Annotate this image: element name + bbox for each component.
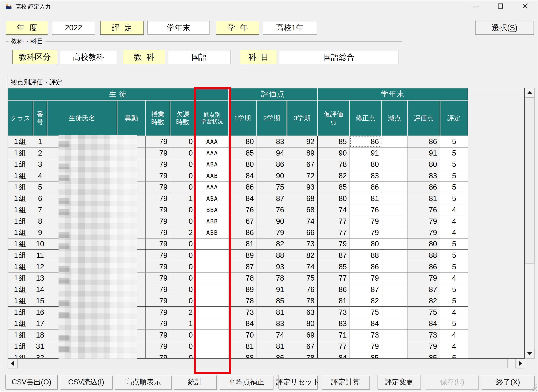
grid-cell[interactable]: 67 bbox=[287, 341, 318, 352]
subject-category-field[interactable]: 高校教科 bbox=[60, 50, 117, 64]
grid-cell[interactable]: 79 bbox=[257, 227, 287, 238]
grid-cell[interactable]: AAA bbox=[196, 182, 229, 193]
grid-cell[interactable]: 32 bbox=[33, 352, 47, 359]
grid-cell[interactable]: 18 bbox=[33, 330, 47, 341]
grid-cell[interactable]: 0 bbox=[170, 341, 196, 352]
grid-cell[interactable]: 84 bbox=[229, 170, 257, 182]
grid-cell[interactable]: 75 bbox=[257, 182, 287, 193]
grid-cell[interactable]: 0 bbox=[170, 216, 196, 227]
grid-cell[interactable]: 80 bbox=[350, 159, 382, 170]
grid-cell[interactable]: 5 bbox=[440, 295, 468, 307]
grid-cell[interactable]: 79 bbox=[350, 227, 382, 238]
grid-cell[interactable] bbox=[196, 261, 229, 273]
grid-cell[interactable]: 5 bbox=[440, 148, 468, 159]
grid-cell[interactable]: 87 bbox=[318, 250, 350, 261]
scroll-down-button[interactable] bbox=[525, 349, 534, 358]
grid-cell[interactable]: 2 bbox=[170, 227, 196, 238]
grid-cell[interactable]: 89 bbox=[229, 250, 257, 261]
grid-cell[interactable]: 87 bbox=[350, 284, 382, 296]
grid-cell[interactable]: 89 bbox=[229, 284, 257, 296]
grid-cell[interactable]: 5 bbox=[440, 261, 468, 273]
grid-cell[interactable]: 1組 bbox=[8, 273, 33, 284]
grid-cell[interactable] bbox=[382, 307, 408, 318]
grid-cell[interactable]: 1組 bbox=[8, 307, 33, 318]
year-field[interactable]: 2022 bbox=[52, 21, 95, 35]
grid-cell[interactable]: 90 bbox=[318, 148, 350, 159]
grid-cell[interactable]: 83 bbox=[408, 170, 440, 182]
grid-cell[interactable]: 3 bbox=[33, 159, 47, 170]
grid-cell[interactable]: ABA bbox=[196, 159, 229, 170]
grid-cell[interactable]: 79 bbox=[146, 307, 170, 318]
grid-cell[interactable]: 5 bbox=[440, 136, 468, 148]
grid-cell[interactable]: 4 bbox=[33, 170, 47, 182]
grid-cell[interactable]: 5 bbox=[440, 238, 468, 250]
grid-cell[interactable]: 0 bbox=[170, 148, 196, 159]
grid-cell[interactable]: 1 bbox=[33, 136, 47, 148]
grid-cell[interactable]: 70 bbox=[229, 330, 257, 341]
grid-cell[interactable]: 79 bbox=[408, 216, 440, 227]
grid-cell[interactable]: 91 bbox=[257, 284, 287, 296]
grid-cell[interactable]: 86 bbox=[408, 182, 440, 193]
grid-cell[interactable]: 1組 bbox=[8, 318, 33, 330]
grid-cell[interactable]: 1組 bbox=[8, 170, 33, 182]
grid-cell[interactable]: 81 bbox=[229, 341, 257, 352]
grid-cell[interactable]: 4 bbox=[440, 204, 468, 216]
grid-cell[interactable] bbox=[382, 204, 408, 216]
grid-cell[interactable]: 88 bbox=[350, 250, 382, 261]
grid-cell[interactable]: 5 bbox=[440, 318, 468, 330]
tab-kanten-hyoka[interactable]: 観点別評価・評定 bbox=[8, 77, 110, 88]
grid-cell[interactable]: 1組 bbox=[8, 148, 33, 159]
grid-cell[interactable]: 79 bbox=[146, 227, 170, 238]
scroll-up-button[interactable] bbox=[525, 88, 534, 98]
focused-grid-cell[interactable]: 86 bbox=[350, 136, 382, 148]
grid-cell[interactable]: 79 bbox=[146, 182, 170, 193]
grid-cell[interactable]: 78 bbox=[287, 295, 318, 307]
grid-cell[interactable]: 79 bbox=[146, 273, 170, 284]
grid-cell[interactable]: 5 bbox=[440, 250, 468, 261]
vertical-scrollbar[interactable] bbox=[524, 88, 535, 359]
grid-cell[interactable]: 84 bbox=[408, 318, 440, 330]
grid-cell[interactable] bbox=[196, 284, 229, 296]
grid-cell[interactable]: 86 bbox=[350, 182, 382, 193]
grid-cell[interactable]: 0 bbox=[170, 238, 196, 250]
grid-cell[interactable]: 79 bbox=[408, 341, 440, 352]
grid-cell[interactable]: 1組 bbox=[8, 352, 33, 359]
grid-cell[interactable]: 8 bbox=[33, 216, 47, 227]
grid-cell[interactable]: 87 bbox=[257, 193, 287, 205]
grid-cell[interactable]: 5 bbox=[440, 182, 468, 193]
grid-cell[interactable]: 87 bbox=[229, 261, 257, 273]
grid-cell[interactable]: 86 bbox=[229, 182, 257, 193]
grid-cell[interactable]: 0 bbox=[170, 204, 196, 216]
grid-cell[interactable]: 76 bbox=[408, 204, 440, 216]
grid-cell[interactable]: 16 bbox=[33, 307, 47, 318]
grid-cell[interactable]: 71 bbox=[318, 330, 350, 341]
grid-cell[interactable]: ABB bbox=[196, 227, 229, 238]
grid-cell[interactable]: 5 bbox=[440, 159, 468, 170]
grid-cell[interactable]: 66 bbox=[287, 227, 318, 238]
grid-cell[interactable]: 79 bbox=[146, 204, 170, 216]
grid-cell[interactable]: 85 bbox=[318, 182, 350, 193]
grid-cell[interactable]: 0 bbox=[170, 352, 196, 359]
grid-cell[interactable]: 79 bbox=[146, 170, 170, 182]
grid-cell[interactable] bbox=[196, 341, 229, 352]
grid-cell[interactable]: 74 bbox=[318, 204, 350, 216]
grid-cell[interactable] bbox=[382, 341, 408, 352]
grid-cell[interactable]: 86 bbox=[229, 227, 257, 238]
grid-cell[interactable]: 73 bbox=[287, 238, 318, 250]
grid-cell[interactable]: AAA bbox=[196, 148, 229, 159]
grid-cell[interactable]: 0 bbox=[170, 330, 196, 341]
grid-cell[interactable]: 4 bbox=[440, 227, 468, 238]
grid-cell[interactable]: 79 bbox=[146, 250, 170, 261]
grid-cell[interactable]: 79 bbox=[146, 216, 170, 227]
grid-cell[interactable] bbox=[382, 170, 408, 182]
grid-cell[interactable]: 85 bbox=[350, 352, 382, 359]
grid-cell[interactable]: 69 bbox=[287, 330, 318, 341]
grade-reset-button[interactable]: 評定リセット bbox=[278, 375, 318, 389]
grid-cell[interactable]: 76 bbox=[257, 204, 287, 216]
grid-cell[interactable]: 75 bbox=[408, 307, 440, 318]
grid-cell[interactable]: 0 bbox=[170, 182, 196, 193]
grid-cell[interactable]: 0 bbox=[170, 170, 196, 182]
grid-cell[interactable]: 1組 bbox=[8, 159, 33, 170]
grid-cell[interactable]: 87 bbox=[408, 284, 440, 296]
grid-cell[interactable]: 63 bbox=[287, 307, 318, 318]
